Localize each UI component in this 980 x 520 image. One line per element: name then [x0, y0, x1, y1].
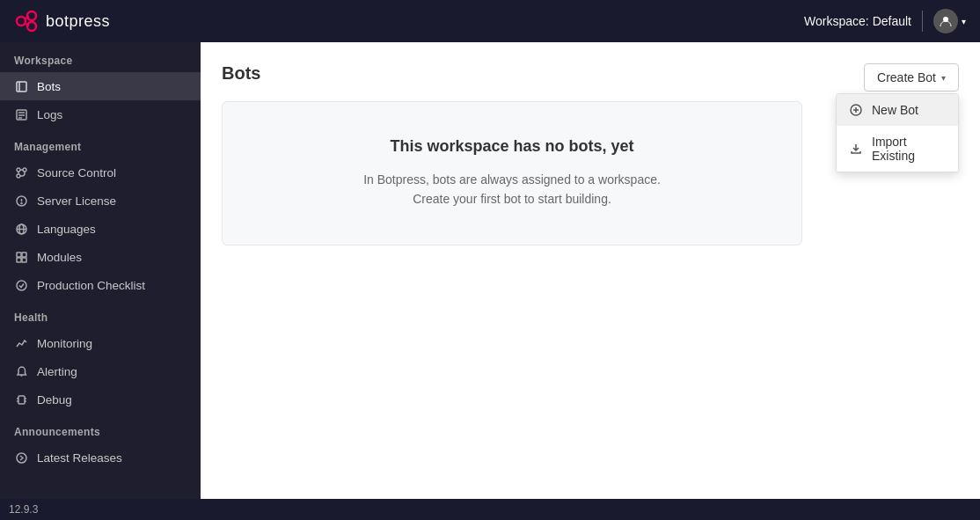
new-bot-plus-icon: [849, 103, 863, 117]
sidebar-item-languages-label: Languages: [37, 223, 96, 236]
alerting-icon: [14, 364, 28, 378]
modules-icon: [14, 250, 28, 264]
create-bot-dropdown: New Bot Import Existing: [836, 93, 959, 172]
svg-point-1: [27, 11, 36, 20]
create-bot-chevron-icon: ▾: [941, 73, 946, 83]
botpress-logo-icon: [14, 9, 39, 33]
sidebar-item-bots[interactable]: Bots: [0, 72, 201, 100]
empty-state-card: This workspace has no bots, yet In Botpr…: [222, 101, 802, 245]
sidebar-item-latest-releases-label: Latest Releases: [37, 451, 122, 465]
logo-area: botpress: [14, 9, 804, 33]
navbar-divider: [922, 11, 923, 32]
navbar: botpress Workspace: Default ▾: [0, 0, 980, 42]
sidebar-item-debug[interactable]: Debug: [0, 385, 201, 414]
sidebar-item-modules-label: Modules: [37, 251, 82, 264]
sidebar-item-alerting-label: Alerting: [37, 365, 77, 378]
svg-rect-22: [22, 253, 26, 257]
svg-point-14: [17, 174, 20, 178]
svg-point-0: [17, 17, 26, 26]
create-bot-label: Create Bot: [877, 70, 936, 84]
sidebar-item-source-control[interactable]: Source Control: [0, 158, 201, 187]
create-bot-wrapper: Create Bot ▾ New Bot: [864, 63, 959, 92]
sidebar-item-logs[interactable]: Logs: [0, 100, 201, 128]
svg-point-12: [17, 168, 20, 172]
announcements-section-label: Announcements: [0, 414, 201, 443]
import-existing-label: Import Existing: [872, 135, 946, 163]
workspace-section-label: Workspace: [0, 42, 201, 72]
health-section-label: Health: [0, 299, 201, 329]
sidebar-item-logs-label: Logs: [37, 108, 62, 121]
empty-state-title: This workspace has no bots, yet: [244, 137, 780, 156]
svg-point-13: [23, 168, 26, 172]
checklist-icon: [14, 278, 28, 292]
navbar-right: Workspace: Default ▾: [804, 9, 966, 33]
empty-state-line2: Create your first bot to start building.: [413, 192, 611, 206]
sidebar-item-debug-label: Debug: [37, 393, 72, 406]
version-label: 12.9.3: [9, 503, 38, 516]
sidebar-item-monitoring[interactable]: Monitoring: [0, 329, 201, 357]
empty-state-line1: In Botpress, bots are always assigned to…: [363, 172, 661, 187]
sidebar-item-server-license-label: Server License: [37, 194, 116, 208]
source-control-icon: [14, 165, 28, 179]
chevron-down-icon: ▾: [962, 17, 966, 26]
create-bot-button[interactable]: Create Bot ▾: [864, 63, 959, 92]
management-section-label: Management: [0, 128, 201, 158]
svg-rect-24: [22, 258, 26, 262]
user-menu-button[interactable]: ▾: [933, 9, 966, 33]
sidebar: Workspace Bots Logs Management: [0, 42, 201, 499]
sidebar-item-languages[interactable]: Languages: [0, 215, 201, 243]
bots-icon: [14, 79, 28, 93]
user-icon: [939, 14, 953, 28]
content-area: Bots This workspace has no bots, yet In …: [201, 42, 980, 499]
sidebar-item-latest-releases[interactable]: Latest Releases: [0, 443, 201, 472]
sidebar-item-modules[interactable]: Modules: [0, 243, 201, 271]
monitoring-icon: [14, 336, 28, 350]
svg-point-2: [27, 22, 36, 31]
sidebar-item-production-checklist-label: Production Checklist: [37, 279, 145, 292]
svg-rect-21: [17, 253, 21, 257]
sidebar-item-monitoring-label: Monitoring: [37, 337, 92, 350]
workspace-label: Workspace: Default: [804, 14, 911, 28]
dropdown-item-new-bot[interactable]: New Bot: [837, 94, 958, 126]
svg-point-25: [17, 281, 26, 290]
import-existing-icon: [849, 142, 863, 156]
releases-icon: [14, 450, 28, 465]
license-icon: [14, 194, 28, 208]
dropdown-item-import-existing[interactable]: Import Existing: [837, 126, 958, 172]
empty-state-desc: In Botpress, bots are always assigned to…: [244, 170, 780, 209]
sidebar-item-production-checklist[interactable]: Production Checklist: [0, 271, 201, 299]
svg-rect-6: [17, 82, 26, 92]
debug-icon: [14, 392, 28, 406]
languages-icon: [14, 222, 28, 236]
sidebar-item-server-license[interactable]: Server License: [0, 187, 201, 215]
svg-rect-27: [18, 396, 25, 404]
avatar: [933, 9, 958, 33]
sidebar-item-alerting[interactable]: Alerting: [0, 357, 201, 385]
sidebar-item-source-control-label: Source Control: [37, 166, 116, 179]
logs-icon: [14, 107, 28, 121]
svg-rect-23: [17, 258, 21, 262]
new-bot-label: New Bot: [872, 103, 918, 117]
status-bar: 12.9.3: [0, 499, 980, 520]
sidebar-item-bots-label: Bots: [37, 80, 61, 93]
svg-point-17: [21, 202, 22, 203]
logo-text: botpress: [46, 12, 110, 31]
main-layout: Workspace Bots Logs Management: [0, 42, 980, 499]
page-title: Bots: [222, 63, 959, 84]
